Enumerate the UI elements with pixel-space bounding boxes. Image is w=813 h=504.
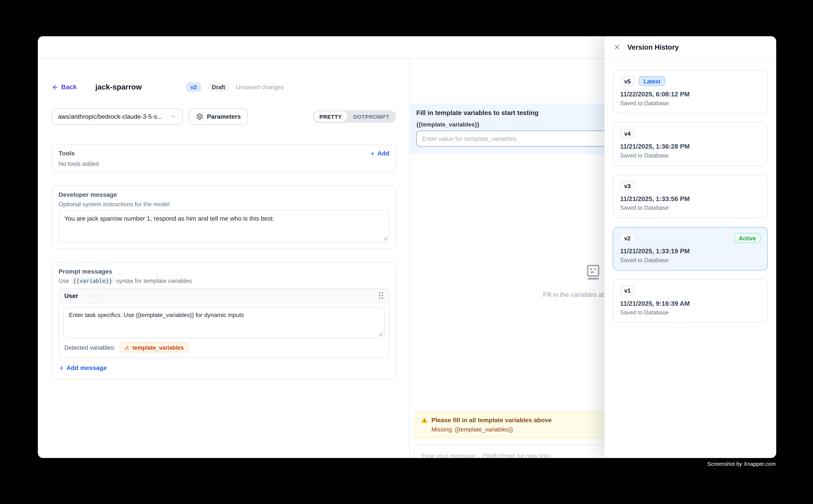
page-title: jack-sparrow: [95, 83, 142, 91]
version-badges-row: v1: [620, 285, 761, 295]
version-timestamp: 11/21/2025, 1:36:28 PM: [620, 143, 761, 150]
version-saved-label: Saved to Database: [620, 257, 761, 263]
version-saved-label: Saved to Database: [620, 309, 761, 316]
version-number-badge: v5: [620, 76, 635, 86]
version-status-badge: Active: [734, 233, 761, 243]
toggle-dotprompt[interactable]: DOTPROMPT: [348, 111, 395, 122]
parameters-button[interactable]: Parameters: [188, 108, 248, 125]
version-card[interactable]: v4 11/21/2025, 1:36:28 PM Saved to Datab…: [613, 122, 768, 166]
drag-handle-icon[interactable]: [379, 292, 384, 299]
watermark-text: Screenshot by Xnapper.com: [707, 461, 776, 467]
version-badge: v2: [186, 82, 201, 92]
version-timestamp: 11/21/2025, 1:33:19 PM: [620, 248, 761, 255]
tools-label: Tools: [59, 150, 75, 157]
close-icon[interactable]: [613, 43, 621, 51]
prompt-messages-label: Prompt messages: [59, 268, 389, 275]
add-message-button[interactable]: Add message: [59, 364, 107, 371]
version-list: v5 Latest 11/22/2025, 6:08:12 PM Saved t…: [604, 59, 776, 334]
toggle-pretty[interactable]: PRETTY: [314, 111, 348, 122]
detected-variables-row: Detected variables: template_variables: [59, 338, 389, 357]
role-selector[interactable]: User: [64, 292, 98, 299]
message-role-row: User: [59, 289, 389, 304]
version-card[interactable]: v1 11/21/2025, 9:16:39 AM Saved to Datab…: [613, 279, 768, 323]
variable-syntax-chip: {{variable}}: [71, 277, 114, 284]
breadcrumb: Back jack-sparrow v2 Draft Unsaved chang…: [52, 82, 396, 92]
format-toggle: PRETTY DOTPROMPT: [313, 110, 396, 123]
version-status-badge: Latest: [639, 76, 665, 86]
chevron-down-icon: [170, 114, 176, 120]
app-window: Back jack-sparrow v2 Draft Unsaved chang…: [38, 36, 776, 458]
version-timestamp: 11/21/2025, 1:33:56 PM: [620, 195, 761, 203]
version-number-badge: v2: [620, 233, 635, 243]
version-card[interactable]: v5 Latest 11/22/2025, 6:08:12 PM Saved t…: [613, 70, 768, 114]
add-tool-label: Add: [377, 150, 389, 157]
model-selector-value: aws/anthropic/bedrock-claude-3-5-s...: [58, 113, 162, 120]
pencil-icon: [125, 345, 130, 350]
version-history-panel: Version History v5 Latest 11/22/2025, 6:…: [604, 36, 776, 458]
warning-triangle-icon: [421, 417, 428, 424]
unsaved-changes-label: Unsaved changes: [236, 84, 284, 90]
version-badges-row: v3: [620, 181, 761, 191]
chevron-down-icon: [92, 293, 98, 299]
version-badges-row: v4: [620, 128, 761, 138]
detected-variables-label: Detected variables:: [64, 344, 115, 351]
arrow-left-icon: [52, 84, 59, 90]
version-saved-label: Saved to Database: [620, 100, 761, 106]
version-badges-row: v5 Latest: [620, 76, 761, 86]
version-number-badge: v3: [620, 181, 635, 191]
developer-message-input[interactable]: You are jack sparrow number 1, respond a…: [59, 210, 389, 242]
screenshot-stage: Back jack-sparrow v2 Draft Unsaved chang…: [0, 0, 813, 504]
prompt-message-input[interactable]: Enter task specifics. Use {{template_var…: [63, 307, 385, 338]
developer-message-card: Developer message Optional system instru…: [52, 186, 396, 249]
version-saved-label: Saved to Database: [620, 205, 761, 211]
back-button[interactable]: Back: [52, 83, 77, 91]
warning-title: Please fill in all template variables ab…: [431, 416, 552, 424]
version-timestamp: 11/21/2025, 9:16:39 AM: [620, 300, 761, 307]
plus-icon: [59, 365, 64, 371]
model-toolbar: aws/anthropic/bedrock-claude-3-5-s... Pa…: [52, 108, 396, 125]
version-history-header: Version History: [604, 36, 776, 59]
developer-message-label: Developer message: [59, 191, 389, 198]
version-saved-label: Saved to Database: [620, 152, 761, 159]
version-card[interactable]: v2 Active 11/21/2025, 1:33:19 PM Saved t…: [613, 227, 768, 270]
no-tools-text: No tools added: [59, 161, 389, 167]
prompt-messages-hint: Use {{variable}} syntax for template var…: [59, 278, 389, 284]
gear-icon: [196, 113, 203, 120]
add-tool-button[interactable]: Add: [370, 150, 390, 157]
plus-icon: [370, 150, 375, 156]
version-number-badge: v1: [620, 285, 635, 295]
version-timestamp: 11/22/2025, 6:08:12 PM: [620, 91, 761, 98]
role-selector-value: User: [64, 292, 78, 299]
draft-badge: Draft: [208, 82, 229, 92]
bot-face-icon: [583, 263, 602, 282]
version-number-badge: v4: [620, 128, 635, 138]
back-label: Back: [61, 83, 77, 91]
developer-message-hint: Optional system instructions for the mod…: [59, 201, 389, 207]
prompt-editor-column: Back jack-sparrow v2 Draft Unsaved chang…: [38, 59, 410, 458]
version-history-title: Version History: [627, 43, 679, 51]
add-message-label: Add message: [66, 364, 107, 371]
prompt-message-block: User Enter task specifics. Use {{templat…: [59, 288, 389, 358]
version-badges-row: v2 Active: [620, 233, 761, 243]
prompt-messages-card: Prompt messages Use {{variable}} syntax …: [52, 262, 396, 380]
tools-card: Tools Add No tools added: [52, 145, 396, 173]
model-selector[interactable]: aws/anthropic/bedrock-claude-3-5-s...: [52, 108, 182, 125]
parameters-label: Parameters: [207, 113, 241, 120]
template-variable-chip[interactable]: template_variables: [120, 342, 188, 352]
version-card[interactable]: v3 11/21/2025, 1:33:56 PM Saved to Datab…: [613, 175, 768, 218]
template-variable-name: template_variables: [132, 344, 184, 351]
